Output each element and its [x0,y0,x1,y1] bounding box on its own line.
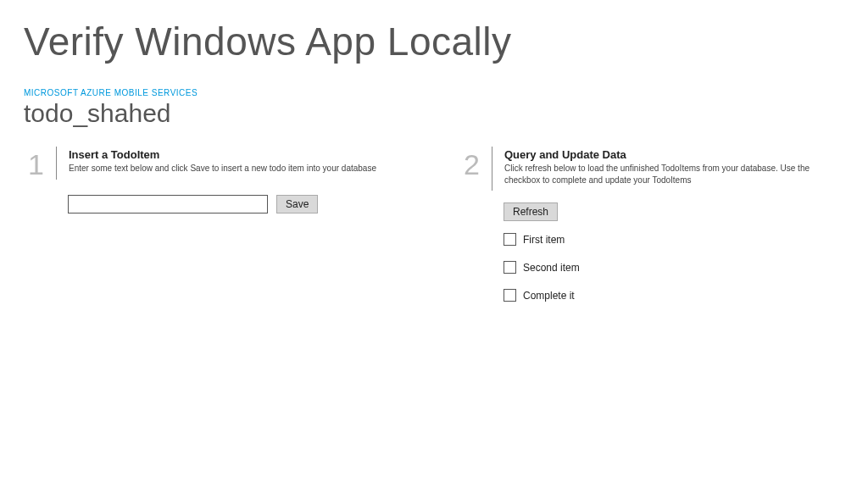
section-insert: 1 Insert a TodoItem Enter some text belo… [24,147,409,302]
list-item: Complete it [504,289,844,302]
refresh-button[interactable]: Refresh [504,202,558,221]
save-button[interactable]: Save [276,195,318,214]
todo-text-input[interactable] [68,195,268,214]
section-desc-query: Click refresh below to load the unfinish… [504,163,844,186]
item-label: First item [523,234,565,246]
list-item: Second item [504,261,844,274]
section-heading-query: Query and Update Data [504,148,844,161]
service-name: todo_shahed [24,99,844,128]
subtitle-block: MICROSOFT AZURE MOBILE SERVICES todo_sha… [0,73,868,131]
service-label: MICROSOFT AZURE MOBILE SERVICES [24,88,844,97]
item-checkbox[interactable] [504,289,516,302]
section-heading-insert: Insert a TodoItem [69,148,409,161]
item-label: Complete it [523,290,575,302]
section-number-2: 2 [459,147,480,191]
item-checkbox[interactable] [504,261,516,274]
page-title: Verify Windows App Locally [0,0,868,73]
section-query: 2 Query and Update Data Click refresh be… [459,147,844,302]
list-item: First item [504,233,844,246]
section-number-1: 1 [24,147,44,180]
item-label: Second item [523,262,580,274]
section-desc-insert: Enter some text below and click Save to … [69,163,409,175]
todo-item-list: First item Second item Complete it [504,233,844,302]
item-checkbox[interactable] [504,233,516,246]
